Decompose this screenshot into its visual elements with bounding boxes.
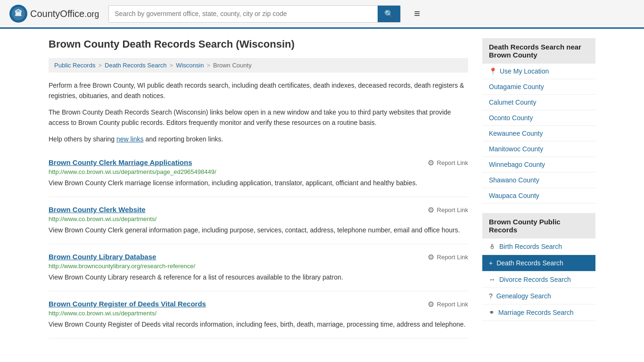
- report-icon-1: ⚙: [428, 206, 434, 214]
- report-label-3: Report Link: [437, 301, 468, 308]
- logo-icon: 🏛: [9, 5, 27, 23]
- svg-text:🏛: 🏛: [15, 9, 22, 17]
- report-icon-2: ⚙: [428, 253, 434, 262]
- result-item: Brown County Clerk Marriage Applications…: [49, 150, 468, 197]
- report-icon-0: ⚙: [428, 158, 434, 167]
- report-link-2[interactable]: ⚙ Report Link: [428, 253, 468, 262]
- logo-link[interactable]: 🏛 CountyOffice.org: [9, 5, 99, 23]
- description-3-suffix: and reporting broken links.: [144, 135, 223, 143]
- result-desc-1: View Brown County Clerk general informat…: [49, 225, 468, 235]
- breadcrumb-death-records[interactable]: Death Records Search: [105, 62, 167, 69]
- pr-link-3[interactable]: Genealogy Search: [496, 292, 551, 300]
- breadcrumb-public-records[interactable]: Public Records: [54, 62, 95, 69]
- pr-label-1: Death Records Search: [496, 259, 563, 267]
- pr-item-2[interactable]: ↔ Divorce Records Search: [482, 272, 595, 288]
- logo-suffix: .org: [84, 9, 99, 19]
- search-bar: 🔍: [108, 5, 401, 23]
- new-links-link[interactable]: new links: [116, 135, 144, 143]
- search-input[interactable]: [109, 6, 378, 21]
- report-icon-3: ⚙: [428, 300, 434, 309]
- logo-text: CountyOffice.org: [30, 8, 99, 19]
- page-container: Brown County Death Records Search (Wisco…: [39, 29, 605, 348]
- report-link-1[interactable]: ⚙ Report Link: [428, 206, 468, 214]
- result-item: Brown County Library Database ⚙ Report L…: [49, 244, 468, 291]
- nearby-title: Death Records Search near Brown County: [482, 38, 595, 64]
- nearby-county-link-6[interactable]: Shawano County: [489, 176, 539, 184]
- result-header-1: Brown County Clerk Website ⚙ Report Link: [49, 206, 468, 215]
- result-desc-2: View Brown County Library research & ref…: [49, 272, 468, 282]
- nearby-county-link-7[interactable]: Waupaca County: [489, 192, 539, 199]
- report-link-3[interactable]: ⚙ Report Link: [428, 300, 468, 309]
- result-header-0: Brown County Clerk Marriage Applications…: [49, 158, 468, 168]
- pr-icon-1: +: [489, 259, 493, 267]
- description-1: Perform a free Brown County, WI public d…: [49, 80, 468, 101]
- result-header-3: Brown County Register of Deeds Vital Rec…: [49, 300, 468, 310]
- nearby-section: Death Records Search near Brown County 📍…: [482, 38, 595, 204]
- breadcrumb-sep-1: >: [98, 62, 102, 69]
- pin-icon: 📍: [489, 67, 497, 75]
- use-location-item[interactable]: 📍 Use My Location: [482, 64, 595, 79]
- nearby-county-link-3[interactable]: Kewaunee County: [489, 130, 543, 137]
- public-records-list: 🕯 Birth Records Search + Death Records S…: [482, 239, 595, 321]
- nearby-county-link-1[interactable]: Calumet County: [489, 99, 536, 106]
- nearby-county-link-5[interactable]: Winnebago County: [489, 161, 545, 168]
- nearby-county-5[interactable]: Winnebago County: [482, 157, 595, 173]
- result-title-1[interactable]: Brown County Clerk Website: [49, 206, 146, 214]
- result-title-3[interactable]: Brown County Register of Deeds Vital Rec…: [49, 300, 206, 308]
- report-label-1: Report Link: [437, 206, 468, 214]
- result-url-3: http://www.co.brown.wi.us/departments/: [49, 310, 468, 317]
- report-link-0[interactable]: ⚙ Report Link: [428, 158, 468, 167]
- pr-link-4[interactable]: Marriage Records Search: [498, 309, 574, 316]
- public-records-section: Brown County Public Records 🕯 Birth Reco…: [482, 213, 595, 321]
- breadcrumb-sep-2: >: [170, 62, 173, 69]
- nearby-county-7[interactable]: Waupaca County: [482, 188, 595, 204]
- result-url-0: http://www.co.brown.wi.us/departments/pa…: [49, 168, 468, 175]
- pr-link-2[interactable]: Divorce Records Search: [499, 276, 571, 283]
- pr-item-0[interactable]: 🕯 Birth Records Search: [482, 239, 595, 255]
- report-label-0: Report Link: [437, 159, 468, 166]
- pr-icon-2: ↔: [489, 276, 495, 283]
- result-title-2[interactable]: Brown County Library Database: [49, 253, 156, 261]
- menu-button[interactable]: ≡: [410, 6, 424, 22]
- use-location-link[interactable]: Use My Location: [500, 67, 549, 75]
- result-title-0[interactable]: Brown County Clerk Marriage Applications: [49, 158, 192, 166]
- page-title: Brown County Death Records Search (Wisco…: [49, 38, 468, 50]
- nearby-county-4[interactable]: Manitowoc County: [482, 141, 595, 157]
- breadcrumb-wisconsin[interactable]: Wisconsin: [176, 62, 204, 69]
- pr-link-0[interactable]: Birth Records Search: [499, 243, 562, 250]
- nearby-county-2[interactable]: Oconto County: [482, 110, 595, 126]
- nearby-counties-list: Outagamie CountyCalumet CountyOconto Cou…: [482, 79, 595, 204]
- pr-item-4[interactable]: ⚭ Marriage Records Search: [482, 304, 595, 321]
- pr-icon-3: ?: [489, 292, 493, 300]
- breadcrumb-brown-county: Brown County: [213, 62, 252, 69]
- result-desc-3: View Brown County Register of Deeds vita…: [49, 320, 468, 329]
- result-item: Brown County Clerk Website ⚙ Report Link…: [49, 197, 468, 244]
- nearby-county-1[interactable]: Calumet County: [482, 95, 595, 110]
- search-button[interactable]: 🔍: [378, 6, 400, 22]
- nearby-county-link-2[interactable]: Oconto County: [489, 114, 533, 122]
- description-2: The Brown County Death Records Search (W…: [49, 107, 468, 128]
- results-list: Brown County Clerk Marriage Applications…: [49, 150, 468, 338]
- nearby-county-link-0[interactable]: Outagamie County: [489, 83, 544, 90]
- breadcrumb: Public Records > Death Records Search > …: [49, 58, 468, 73]
- pr-item-1[interactable]: + Death Records Search: [482, 255, 595, 272]
- site-header: 🏛 CountyOffice.org 🔍 ≡: [0, 0, 644, 29]
- nearby-county-6[interactable]: Shawano County: [482, 173, 595, 188]
- nearby-county-3[interactable]: Kewaunee County: [482, 126, 595, 141]
- sidebar: Death Records Search near Brown County 📍…: [482, 38, 595, 338]
- nearby-county-link-4[interactable]: Manitowoc County: [489, 145, 543, 153]
- description-3: Help others by sharing new links and rep…: [49, 134, 468, 144]
- result-desc-0: View Brown County Clerk marriage license…: [49, 178, 468, 188]
- nearby-county-0[interactable]: Outagamie County: [482, 79, 595, 95]
- report-label-2: Report Link: [437, 254, 468, 261]
- pr-icon-4: ⚭: [489, 309, 495, 316]
- description-3-prefix: Help others by sharing: [49, 135, 116, 143]
- result-url-2: http://www.browncountylibrary.org/resear…: [49, 263, 468, 270]
- pr-icon-0: 🕯: [489, 243, 495, 250]
- result-url-1: http://www.co.brown.wi.us/departments/: [49, 215, 468, 222]
- result-header-2: Brown County Library Database ⚙ Report L…: [49, 253, 468, 263]
- pr-item-3[interactable]: ? Genealogy Search: [482, 288, 595, 304]
- breadcrumb-sep-3: >: [206, 62, 210, 69]
- public-records-title: Brown County Public Records: [482, 213, 595, 239]
- logo-main: CountyOffice: [30, 8, 84, 19]
